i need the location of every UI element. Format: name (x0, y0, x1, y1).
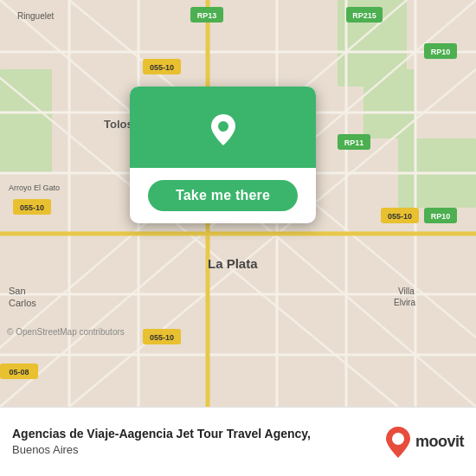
svg-text:RP215: RP215 (352, 11, 376, 20)
take-me-there-button[interactable]: Take me there (148, 180, 298, 211)
popup-header (130, 87, 316, 168)
popup-card: Take me there (130, 87, 316, 223)
svg-text:Ringuelet: Ringuelet (17, 11, 54, 21)
svg-text:Villa: Villa (398, 286, 415, 296)
svg-text:055-10: 055-10 (20, 203, 44, 212)
moovit-pin-icon (386, 427, 410, 458)
svg-text:La Plata: La Plata (208, 256, 258, 271)
agency-info: Agencias de Viaje-Aagencia Jet Tour Trav… (12, 426, 377, 459)
agency-location: Buenos Aires (12, 442, 377, 458)
svg-text:Elvira: Elvira (394, 298, 415, 307)
svg-rect-2 (363, 69, 415, 138)
svg-text:05-08: 05-08 (9, 368, 29, 376)
moovit-logo: moovit (386, 427, 464, 458)
svg-point-55 (392, 433, 404, 445)
svg-text:RP10: RP10 (431, 212, 451, 221)
svg-text:RP11: RP11 (344, 138, 364, 147)
svg-text:San: San (9, 286, 26, 296)
svg-text:055-10: 055-10 (388, 212, 412, 221)
bottom-bar: Agencias de Viaje-Aagencia Jet Tour Trav… (0, 407, 476, 476)
popup-footer: Take me there (130, 168, 316, 223)
agency-name: Agencias de Viaje-Aagencia Jet Tour Trav… (12, 426, 377, 443)
svg-text:Arroyo El Gato: Arroyo El Gato (9, 183, 60, 192)
svg-point-54 (218, 121, 228, 132)
copyright-text: © OpenStreetMap contributors (7, 327, 125, 337)
moovit-brand-text: moovit (415, 433, 464, 451)
svg-text:RP13: RP13 (197, 11, 217, 20)
svg-text:055-10: 055-10 (150, 333, 174, 342)
svg-text:055-10: 055-10 (150, 63, 174, 72)
svg-text:Carlos: Carlos (9, 298, 36, 308)
location-pin-icon (200, 106, 247, 152)
svg-text:RP10: RP10 (431, 48, 451, 56)
map-container: RP13 RP215 RP10 RP11 055-10 055-10 055-1… (0, 0, 476, 407)
